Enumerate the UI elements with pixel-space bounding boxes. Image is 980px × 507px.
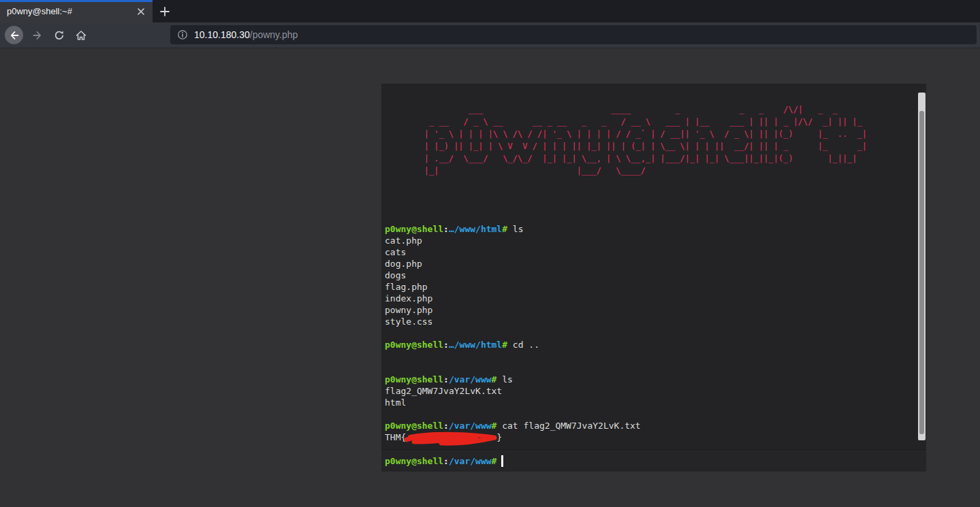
reload-button[interactable] (50, 26, 68, 44)
terminal-blank-line (385, 362, 915, 374)
output-text: powny.php (385, 305, 432, 315)
plus-icon (159, 6, 170, 17)
terminal-output-line: flag2_QMW7JvaY2LvK.txt (385, 385, 915, 397)
flag-redaction-scribble (406, 431, 496, 443)
terminal-scrollbar-track[interactable] (918, 93, 926, 440)
prompt-user: p0wny@shell (385, 224, 443, 234)
prompt-path: /var/www (449, 374, 492, 385)
back-arrow-icon (8, 29, 20, 42)
url-host: 10.10.180.30 (194, 29, 250, 40)
terminal-output-line: powny.php (385, 304, 915, 316)
command-text: cd .. (507, 340, 539, 350)
output-text: dog.php (385, 259, 422, 269)
terminal-output-line: flag.php (385, 281, 915, 293)
home-icon (75, 29, 87, 42)
prompt-hash: # (502, 224, 507, 234)
prompt-path: /var/www (449, 456, 492, 466)
terminal-output-line: dogs (385, 269, 915, 281)
reload-icon (53, 29, 65, 42)
command-text: ls (496, 374, 512, 385)
prompt-separator: : (443, 224, 449, 234)
terminal-prompt-bar[interactable]: p0wny@shell:/var/www# (381, 449, 926, 472)
terminal-output-line: dog.php (385, 258, 915, 269)
terminal-scrollbar-thumb[interactable] (919, 111, 924, 434)
new-tab-button[interactable] (153, 0, 177, 22)
active-tab-indicator (0, 0, 153, 2)
tab-close-icon[interactable] (133, 4, 148, 19)
terminal-flag-line: THM{} (385, 431, 915, 443)
terminal-output-lines: p0wny@shell:…/www/html# lscat.phpcatsdog… (385, 223, 915, 449)
navigation-toolbar: 10.10.180.30/powny.php (0, 22, 980, 48)
forward-button[interactable] (28, 26, 46, 44)
site-info-icon[interactable] (177, 29, 188, 40)
output-text: index.php (385, 293, 432, 304)
output-text: style.css (385, 316, 432, 327)
terminal-cursor (501, 455, 503, 467)
home-button[interactable] (72, 26, 90, 44)
p0wny-shell-terminal: ___ ____ _ _ _ /\/| _ _ _ __ / _ \ __ __… (381, 84, 926, 472)
output-text: cat.php (385, 235, 422, 246)
terminal-command-line: p0wny@shell:…/www/html# ls (385, 223, 915, 235)
prompt-user: p0wny@shell (385, 456, 443, 466)
terminal-command-line: p0wny@shell:/var/www# ls (385, 374, 915, 385)
browser-window: { "browser": { "tab": { "title": "p0wny@… (0, 0, 980, 507)
terminal-output-line: index.php (385, 293, 915, 304)
command-text: cat flag2_QMW7JvaY2LvK.txt (496, 421, 640, 431)
terminal-output[interactable]: ___ ____ _ _ _ /\/| _ _ _ __ / _ \ __ __… (381, 84, 926, 449)
back-button[interactable] (5, 26, 23, 44)
prompt-separator: : (443, 340, 449, 350)
output-text: flag.php (385, 282, 428, 292)
output-text: dogs (385, 270, 406, 280)
prompt-hash: # (492, 456, 497, 466)
prompt-hash: # (502, 340, 507, 350)
prompt-path: …/www/html (449, 340, 502, 350)
terminal-output-line: cat.php (385, 235, 915, 246)
output-text: cats (385, 247, 406, 257)
prompt-separator: : (443, 456, 449, 466)
output-text: flag2_QMW7JvaY2LvK.txt (385, 386, 502, 396)
terminal-blank-line (385, 350, 915, 362)
terminal-command-line: p0wny@shell:…/www/html# cd .. (385, 339, 915, 350)
prompt-path: …/www/html (449, 224, 502, 234)
browser-tab[interactable]: p0wny@shell:~# (0, 0, 153, 22)
tab-bar: p0wny@shell:~# (0, 0, 980, 22)
tab-title: p0wny@shell:~# (7, 6, 133, 16)
command-text: ls (507, 224, 523, 234)
prompt-user: p0wny@shell (385, 374, 443, 385)
terminal-output-line: html (385, 397, 915, 408)
terminal-output-line: cats (385, 246, 915, 258)
forward-arrow-icon (31, 29, 44, 42)
terminal-blank-line (385, 408, 915, 420)
url-bar[interactable]: 10.10.180.30/powny.php (170, 25, 977, 44)
url-path: /powny.php (250, 29, 298, 40)
terminal-output-line: style.css (385, 316, 915, 327)
ascii-art-logo: ___ ____ _ _ _ /\/| _ _ _ __ / _ \ __ __… (385, 103, 915, 177)
prompt-user: p0wny@shell (385, 340, 443, 350)
output-text: html (385, 397, 406, 408)
terminal-blank-line (385, 327, 915, 339)
prompt-separator: : (443, 374, 449, 385)
